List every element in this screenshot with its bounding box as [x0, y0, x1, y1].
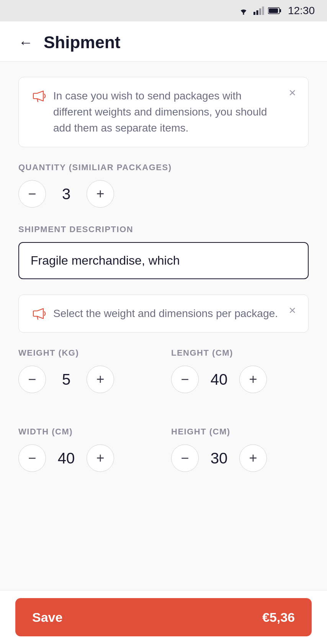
height-increment[interactable]: +: [239, 444, 267, 472]
status-time: 12:30: [288, 5, 315, 17]
info-text-2: Select the weight and dimensions per pac…: [53, 306, 281, 322]
svg-rect-7: [269, 8, 278, 13]
svg-rect-4: [262, 7, 264, 15]
svg-rect-6: [280, 9, 281, 12]
width-value: 40: [57, 450, 76, 467]
info-box-1-close[interactable]: ×: [289, 86, 296, 99]
width-stepper: − 40 +: [18, 444, 156, 472]
info-box-2-close[interactable]: ×: [289, 304, 296, 316]
length-increment[interactable]: +: [239, 366, 267, 393]
length-label: LENGHT (CM): [171, 348, 309, 358]
back-button[interactable]: ←: [18, 35, 33, 50]
width-increment[interactable]: +: [87, 444, 114, 472]
length-decrement[interactable]: −: [171, 366, 199, 393]
svg-point-0: [243, 13, 244, 15]
dimensions-grid: WEIGHT (KG) − 5 + LENGHT (CM) − 40 + WID…: [18, 348, 309, 506]
weight-field: WEIGHT (KG) − 5 +: [18, 348, 156, 410]
description-label: SHIPMENT DESCRIPTION: [18, 224, 309, 234]
phone-frame: 12:30 ← Shipment In case you wish to sen…: [0, 0, 327, 644]
save-label: Save: [32, 610, 62, 625]
battery-icon: [268, 7, 282, 15]
save-bar: Save €5,36: [0, 590, 327, 644]
quantity-stepper: − 3 +: [18, 180, 309, 208]
wifi-icon: [237, 7, 250, 15]
status-icons: [237, 7, 282, 15]
quantity-value: 3: [57, 185, 76, 203]
save-button[interactable]: Save €5,36: [15, 598, 312, 636]
height-decrement[interactable]: −: [171, 444, 199, 472]
width-label: WIDTH (CM): [18, 427, 156, 437]
description-field: SHIPMENT DESCRIPTION: [18, 224, 309, 294]
weight-increment[interactable]: +: [87, 366, 114, 393]
quantity-decrement[interactable]: −: [18, 180, 46, 208]
length-stepper: − 40 +: [171, 366, 309, 393]
height-label: HEIGHT (CM): [171, 427, 309, 437]
quantity-label: QUANTITY (SIMILIAR PACKAGES): [18, 163, 309, 172]
info-box-2: Select the weight and dimensions per pac…: [18, 294, 309, 333]
page-header: ← Shipment: [0, 21, 327, 62]
save-price: €5,36: [262, 610, 295, 625]
svg-rect-1: [253, 12, 255, 15]
quantity-field: QUANTITY (SIMILIAR PACKAGES) − 3 +: [18, 163, 309, 208]
length-value: 40: [209, 371, 229, 388]
height-field: HEIGHT (CM) − 30 +: [171, 427, 309, 489]
megaphone-icon-2: [31, 306, 46, 321]
length-field: LENGHT (CM) − 40 +: [171, 348, 309, 410]
main-content: In case you wish to send packages with d…: [0, 62, 327, 590]
width-decrement[interactable]: −: [18, 444, 46, 472]
page-title: Shipment: [44, 33, 120, 52]
info-box-1: In case you wish to send packages with d…: [18, 77, 309, 147]
description-input[interactable]: [18, 242, 309, 279]
megaphone-icon-1: [31, 89, 46, 103]
quantity-increment[interactable]: +: [87, 180, 114, 208]
height-value: 30: [209, 450, 229, 467]
height-stepper: − 30 +: [171, 444, 309, 472]
weight-value: 5: [57, 371, 76, 388]
weight-decrement[interactable]: −: [18, 366, 46, 393]
weight-stepper: − 5 +: [18, 366, 156, 393]
svg-rect-2: [256, 10, 258, 15]
info-text-1: In case you wish to send packages with d…: [53, 88, 281, 136]
svg-rect-3: [259, 8, 261, 15]
weight-label: WEIGHT (KG): [18, 348, 156, 358]
status-bar: 12:30: [0, 0, 327, 21]
signal-icon: [253, 7, 264, 15]
width-field: WIDTH (CM) − 40 +: [18, 427, 156, 489]
